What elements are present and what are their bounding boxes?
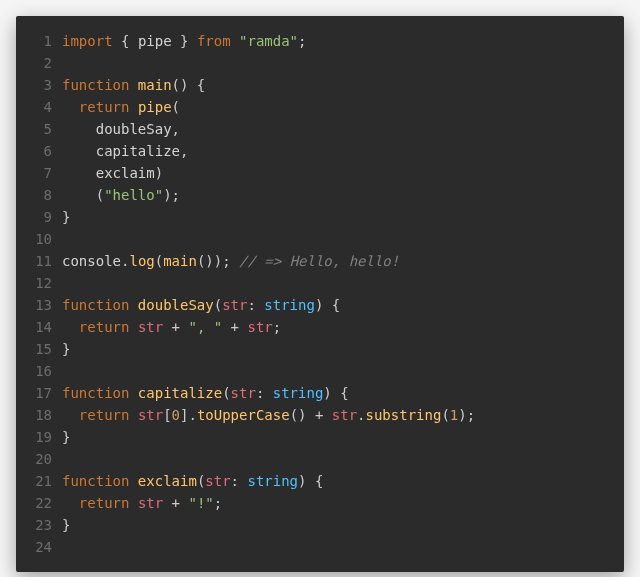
code-line: 16	[26, 360, 606, 382]
token-comment: // => Hello, hello!	[239, 253, 399, 269]
token-punct: [	[163, 407, 171, 423]
code-content: return pipe(	[62, 96, 180, 118]
code-content: function main() {	[62, 74, 205, 96]
token-punct: ) {	[323, 385, 348, 401]
code-content: function exclaim(str: string) {	[62, 470, 323, 492]
line-number: 10	[26, 228, 62, 250]
token-kw: function	[62, 77, 138, 93]
token-punct: +	[163, 319, 188, 335]
token-param: str	[332, 407, 357, 423]
token-param: str	[222, 297, 247, 313]
code-line: 22 return str + "!";	[26, 492, 606, 514]
token-str: "!"	[188, 495, 213, 511]
code-line: 4 return pipe(	[26, 96, 606, 118]
token-punct: (	[62, 187, 104, 203]
code-line: 19}	[26, 426, 606, 448]
token-punct	[62, 121, 96, 137]
code-line: 9}	[26, 206, 606, 228]
token-punct: .	[357, 407, 365, 423]
code-line: 18 return str[0].toUpperCase() + str.sub…	[26, 404, 606, 426]
line-number: 5	[26, 118, 62, 140]
token-str: "hello"	[104, 187, 163, 203]
code-line: 2	[26, 52, 606, 74]
token-str: "ramda"	[239, 33, 298, 49]
line-number: 14	[26, 316, 62, 338]
code-content: console.log(main()); // => Hello, hello!	[62, 250, 399, 272]
code-content: return str + "!";	[62, 492, 222, 514]
token-fn: capitalize	[138, 385, 222, 401]
token-punct: }	[172, 33, 197, 49]
code-content: ("hello");	[62, 184, 180, 206]
code-line: 23}	[26, 514, 606, 536]
code-line: 13function doubleSay(str: string) {	[26, 294, 606, 316]
token-punct: (	[222, 385, 230, 401]
code-line: 20	[26, 448, 606, 470]
token-punct: }	[62, 209, 70, 225]
token-kw: import	[62, 33, 121, 49]
line-number: 9	[26, 206, 62, 228]
token-kw: return	[79, 99, 138, 115]
token-punct: (	[214, 297, 222, 313]
line-number: 1	[26, 30, 62, 52]
code-line: 7 exclaim)	[26, 162, 606, 184]
token-punct: );	[458, 407, 475, 423]
code-content: doubleSay,	[62, 118, 180, 140]
code-line: 6 capitalize,	[26, 140, 606, 162]
token-kw: function	[62, 385, 138, 401]
token-punct: +	[163, 495, 188, 511]
code-line: 8 ("hello");	[26, 184, 606, 206]
code-line: 14 return str + ", " + str;	[26, 316, 606, 338]
line-number: 3	[26, 74, 62, 96]
token-punct: +	[222, 319, 247, 335]
token-punct: (	[155, 253, 163, 269]
line-number: 23	[26, 514, 62, 536]
token-param: str	[205, 473, 230, 489]
token-punct: );	[163, 187, 180, 203]
token-kw: return	[79, 319, 138, 335]
token-fn: main	[163, 253, 197, 269]
line-number: 15	[26, 338, 62, 360]
code-line: 21function exclaim(str: string) {	[26, 470, 606, 492]
token-punct: :	[256, 385, 273, 401]
token-type: string	[264, 297, 315, 313]
line-number: 8	[26, 184, 62, 206]
token-punct: }	[62, 341, 70, 357]
token-punct: () {	[172, 77, 206, 93]
token-fn: doubleSay	[138, 297, 214, 313]
code-content: }	[62, 514, 70, 536]
code-content: capitalize,	[62, 140, 188, 162]
token-punct: ,	[172, 121, 180, 137]
token-ident: console	[62, 253, 121, 269]
token-fn: log	[129, 253, 154, 269]
token-str: ", "	[188, 319, 222, 335]
token-param: str	[231, 385, 256, 401]
token-kw: function	[62, 473, 138, 489]
token-punct	[62, 319, 79, 335]
token-punct: ;	[273, 319, 281, 335]
token-punct: ;	[214, 495, 222, 511]
code-line: 17function capitalize(str: string) {	[26, 382, 606, 404]
code-content: function doubleSay(str: string) {	[62, 294, 340, 316]
line-number: 17	[26, 382, 62, 404]
line-number: 22	[26, 492, 62, 514]
token-param: str	[138, 495, 163, 511]
code-line: 3function main() {	[26, 74, 606, 96]
line-number: 19	[26, 426, 62, 448]
token-fn: substring	[366, 407, 442, 423]
token-fn: pipe	[138, 99, 172, 115]
code-content: return str + ", " + str;	[62, 316, 281, 338]
token-punct: )	[155, 165, 163, 181]
token-fn: toUpperCase	[197, 407, 290, 423]
token-punct	[62, 407, 79, 423]
token-punct	[62, 165, 96, 181]
line-number: 7	[26, 162, 62, 184]
line-number: 4	[26, 96, 62, 118]
token-ident: doubleSay	[96, 121, 172, 137]
token-punct: }	[62, 517, 70, 533]
token-ident: capitalize	[96, 143, 180, 159]
token-punct: ) {	[298, 473, 323, 489]
code-editor: 1import { pipe } from "ramda";23function…	[16, 16, 624, 572]
token-param: str	[138, 319, 163, 335]
line-number: 24	[26, 536, 62, 558]
token-num: 0	[172, 407, 180, 423]
